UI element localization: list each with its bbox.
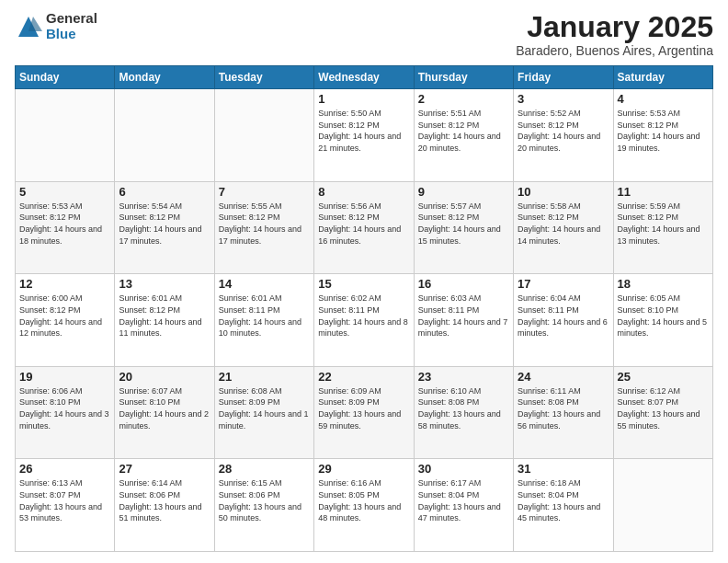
day-number: 11 xyxy=(618,185,709,199)
day-number: 17 xyxy=(518,277,609,291)
page: General Blue January 2025 Baradero, Buen… xyxy=(0,0,728,563)
day-number: 8 xyxy=(318,185,409,199)
table-row: 13Sunrise: 6:01 AM Sunset: 8:12 PM Dayli… xyxy=(115,274,214,367)
day-number: 14 xyxy=(219,277,310,291)
day-number: 13 xyxy=(119,277,210,291)
day-info: Sunrise: 6:17 AM Sunset: 8:04 PM Dayligh… xyxy=(418,477,509,523)
table-row: 26Sunrise: 6:13 AM Sunset: 8:07 PM Dayli… xyxy=(16,459,115,552)
table-row: 23Sunrise: 6:10 AM Sunset: 8:08 PM Dayli… xyxy=(414,366,513,459)
day-number: 30 xyxy=(418,462,509,476)
table-row: 30Sunrise: 6:17 AM Sunset: 8:04 PM Dayli… xyxy=(414,459,513,552)
day-number: 2 xyxy=(418,92,509,106)
day-info: Sunrise: 5:50 AM Sunset: 8:12 PM Dayligh… xyxy=(318,108,409,154)
weekday-header-row: Sunday Monday Tuesday Wednesday Thursday… xyxy=(16,66,713,89)
day-number: 23 xyxy=(418,370,509,384)
day-number: 10 xyxy=(518,185,609,199)
table-row: 3Sunrise: 5:52 AM Sunset: 8:12 PM Daylig… xyxy=(514,89,613,182)
day-number: 15 xyxy=(318,277,409,291)
table-row: 8Sunrise: 5:56 AM Sunset: 8:12 PM Daylig… xyxy=(314,181,414,274)
day-info: Sunrise: 6:15 AM Sunset: 8:06 PM Dayligh… xyxy=(219,477,310,523)
table-row: 18Sunrise: 6:05 AM Sunset: 8:10 PM Dayli… xyxy=(613,274,712,367)
header: General Blue January 2025 Baradero, Buen… xyxy=(15,11,713,58)
day-number: 29 xyxy=(318,462,409,476)
day-info: Sunrise: 6:06 AM Sunset: 8:10 PM Dayligh… xyxy=(19,385,110,431)
day-number: 5 xyxy=(19,185,110,199)
day-number: 20 xyxy=(119,370,210,384)
table-row: 9Sunrise: 5:57 AM Sunset: 8:12 PM Daylig… xyxy=(414,181,513,274)
logo-icon xyxy=(15,13,42,40)
table-row: 24Sunrise: 6:11 AM Sunset: 8:08 PM Dayli… xyxy=(514,366,613,459)
day-info: Sunrise: 5:58 AM Sunset: 8:12 PM Dayligh… xyxy=(518,201,609,247)
day-number: 27 xyxy=(119,462,210,476)
table-row: 1Sunrise: 5:50 AM Sunset: 8:12 PM Daylig… xyxy=(314,89,414,182)
table-row xyxy=(613,459,712,552)
day-number: 22 xyxy=(318,370,409,384)
calendar-week-row: 26Sunrise: 6:13 AM Sunset: 8:07 PM Dayli… xyxy=(16,459,713,552)
day-number: 26 xyxy=(19,462,110,476)
title-block: January 2025 Baradero, Buenos Aires, Arg… xyxy=(516,11,713,58)
table-row: 31Sunrise: 6:18 AM Sunset: 8:04 PM Dayli… xyxy=(514,459,613,552)
day-number: 24 xyxy=(518,370,609,384)
day-info: Sunrise: 6:01 AM Sunset: 8:11 PM Dayligh… xyxy=(219,293,310,339)
table-row: 12Sunrise: 6:00 AM Sunset: 8:12 PM Dayli… xyxy=(16,274,115,367)
day-info: Sunrise: 6:10 AM Sunset: 8:08 PM Dayligh… xyxy=(418,385,509,431)
day-info: Sunrise: 5:56 AM Sunset: 8:12 PM Dayligh… xyxy=(318,201,409,247)
calendar-week-row: 1Sunrise: 5:50 AM Sunset: 8:12 PM Daylig… xyxy=(16,89,713,182)
table-row: 25Sunrise: 6:12 AM Sunset: 8:07 PM Dayli… xyxy=(613,366,712,459)
header-wednesday: Wednesday xyxy=(314,66,414,89)
day-info: Sunrise: 5:51 AM Sunset: 8:12 PM Dayligh… xyxy=(418,108,509,154)
day-info: Sunrise: 5:52 AM Sunset: 8:12 PM Dayligh… xyxy=(518,108,609,154)
calendar-title: January 2025 xyxy=(516,11,713,43)
table-row: 11Sunrise: 5:59 AM Sunset: 8:12 PM Dayli… xyxy=(613,181,712,274)
day-number: 28 xyxy=(219,462,310,476)
day-info: Sunrise: 6:03 AM Sunset: 8:11 PM Dayligh… xyxy=(418,293,509,339)
table-row: 6Sunrise: 5:54 AM Sunset: 8:12 PM Daylig… xyxy=(115,181,214,274)
day-number: 6 xyxy=(119,185,210,199)
header-monday: Monday xyxy=(115,66,214,89)
day-info: Sunrise: 6:01 AM Sunset: 8:12 PM Dayligh… xyxy=(119,293,210,339)
day-info: Sunrise: 6:07 AM Sunset: 8:10 PM Dayligh… xyxy=(119,385,210,431)
day-number: 9 xyxy=(418,185,509,199)
day-info: Sunrise: 6:09 AM Sunset: 8:09 PM Dayligh… xyxy=(318,385,409,431)
table-row: 29Sunrise: 6:16 AM Sunset: 8:05 PM Dayli… xyxy=(314,459,414,552)
day-info: Sunrise: 6:08 AM Sunset: 8:09 PM Dayligh… xyxy=(219,385,310,431)
day-number: 4 xyxy=(618,92,709,106)
table-row: 17Sunrise: 6:04 AM Sunset: 8:11 PM Dayli… xyxy=(514,274,613,367)
table-row: 20Sunrise: 6:07 AM Sunset: 8:10 PM Dayli… xyxy=(115,366,214,459)
table-row xyxy=(115,89,214,182)
day-number: 12 xyxy=(19,277,110,291)
day-info: Sunrise: 6:14 AM Sunset: 8:06 PM Dayligh… xyxy=(119,477,210,523)
table-row: 5Sunrise: 5:53 AM Sunset: 8:12 PM Daylig… xyxy=(16,181,115,274)
day-number: 16 xyxy=(418,277,509,291)
table-row xyxy=(214,89,313,182)
day-info: Sunrise: 6:18 AM Sunset: 8:04 PM Dayligh… xyxy=(518,477,609,523)
calendar-table: Sunday Monday Tuesday Wednesday Thursday… xyxy=(15,65,713,552)
header-tuesday: Tuesday xyxy=(214,66,313,89)
day-info: Sunrise: 6:11 AM Sunset: 8:08 PM Dayligh… xyxy=(518,385,609,431)
calendar-location: Baradero, Buenos Aires, Argentina xyxy=(516,43,713,58)
header-sunday: Sunday xyxy=(16,66,115,89)
day-info: Sunrise: 6:13 AM Sunset: 8:07 PM Dayligh… xyxy=(19,477,110,523)
table-row: 21Sunrise: 6:08 AM Sunset: 8:09 PM Dayli… xyxy=(214,366,313,459)
day-number: 1 xyxy=(318,92,409,106)
header-saturday: Saturday xyxy=(613,66,712,89)
logo: General Blue xyxy=(15,11,97,41)
day-info: Sunrise: 5:57 AM Sunset: 8:12 PM Dayligh… xyxy=(418,201,509,247)
day-number: 25 xyxy=(618,370,709,384)
header-friday: Friday xyxy=(514,66,613,89)
day-info: Sunrise: 5:54 AM Sunset: 8:12 PM Dayligh… xyxy=(119,201,210,247)
day-info: Sunrise: 6:12 AM Sunset: 8:07 PM Dayligh… xyxy=(618,385,709,431)
table-row: 4Sunrise: 5:53 AM Sunset: 8:12 PM Daylig… xyxy=(613,89,712,182)
calendar-week-row: 19Sunrise: 6:06 AM Sunset: 8:10 PM Dayli… xyxy=(16,366,713,459)
table-row: 28Sunrise: 6:15 AM Sunset: 8:06 PM Dayli… xyxy=(214,459,313,552)
day-info: Sunrise: 5:53 AM Sunset: 8:12 PM Dayligh… xyxy=(618,108,709,154)
day-info: Sunrise: 6:00 AM Sunset: 8:12 PM Dayligh… xyxy=(19,293,110,339)
logo-general-text: General xyxy=(46,11,97,27)
table-row: 2Sunrise: 5:51 AM Sunset: 8:12 PM Daylig… xyxy=(414,89,513,182)
day-info: Sunrise: 6:05 AM Sunset: 8:10 PM Dayligh… xyxy=(618,293,709,339)
day-info: Sunrise: 6:16 AM Sunset: 8:05 PM Dayligh… xyxy=(318,477,409,523)
table-row: 14Sunrise: 6:01 AM Sunset: 8:11 PM Dayli… xyxy=(214,274,313,367)
logo-text: General Blue xyxy=(46,11,97,41)
day-info: Sunrise: 5:55 AM Sunset: 8:12 PM Dayligh… xyxy=(219,201,310,247)
table-row xyxy=(16,89,115,182)
